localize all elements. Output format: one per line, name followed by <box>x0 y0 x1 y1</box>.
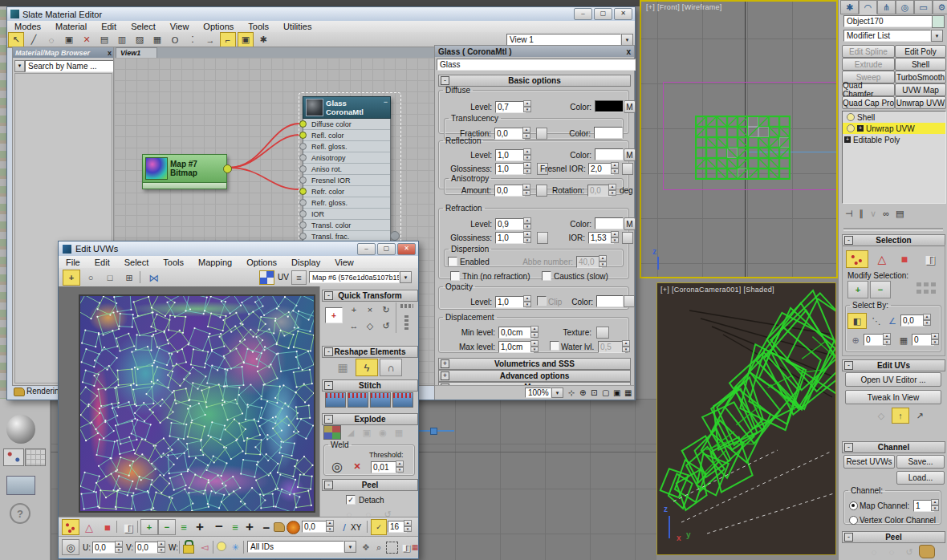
refl-level-value[interactable]: 1,0 <box>495 149 526 161</box>
rollout-peel[interactable]: -Peel <box>842 531 945 543</box>
matid-icon[interactable]: ▦ <box>896 332 912 348</box>
glass-socket-row[interactable]: IOR <box>303 209 390 220</box>
select-by-angle-icon[interactable]: ∠ <box>884 313 900 329</box>
uvw-menu-select[interactable]: Select <box>117 257 156 268</box>
slate-menu-utilities[interactable]: Utilities <box>276 21 319 32</box>
abbe-spinner[interactable]: ▲▼ <box>599 255 607 267</box>
refl-map-button[interactable]: M <box>624 148 636 161</box>
socket-dot[interactable] <box>299 143 307 150</box>
ring-grow-icon[interactable]: + <box>240 517 259 537</box>
close-button[interactable]: ✕ <box>614 8 632 20</box>
refl-gloss-value[interactable]: 1,0 <box>495 163 526 175</box>
peel-pelt2-icon[interactable]: ◌ <box>360 508 376 517</box>
modifier-button-unwrap-uvw[interactable]: Unwrap UVW <box>895 96 946 109</box>
glass-socket-row[interactable]: Refl. gloss. <box>303 141 390 152</box>
glass-node[interactable]: Glass CoronaMtl − Diffuse colorRefl. col… <box>303 96 391 243</box>
smoothing-spinner[interactable]: ▲▼ <box>883 333 891 345</box>
move-children-icon[interactable]: ▤ <box>96 32 112 47</box>
uvw-titlebar[interactable]: Edit UVWs – ▢ ✕ <box>59 241 418 256</box>
view-tab[interactable]: View1 <box>116 47 157 58</box>
object-name-field[interactable]: Object170 <box>843 15 933 27</box>
edge-mode-icon[interactable]: △ <box>872 250 892 268</box>
refr-gloss-spinner[interactable]: ▲▼ <box>523 231 531 243</box>
refr-gloss-value[interactable]: 1,0 <box>495 232 526 244</box>
viewport-camera[interactable]: [+] [CoronaCamera001] [Shaded] z x y <box>656 282 836 555</box>
flatten-grid-icon[interactable]: ▦ <box>391 425 407 440</box>
slate-titlebar[interactable]: Slate Material Editor – ▢ ✕ <box>7 7 635 21</box>
soft-selection-value[interactable]: 0,0 <box>302 521 329 533</box>
bitmap-thumbnail[interactable] <box>145 157 168 180</box>
show-shaded-material-in-viewport-icon[interactable]: ⌐ <box>220 32 236 47</box>
modifier-list-value[interactable]: Modifier List <box>843 30 931 42</box>
chevron-down-icon[interactable]: ▼ <box>344 541 356 553</box>
socket-dot[interactable] <box>299 177 307 184</box>
uv-workarea[interactable]: -Quick Transform + + × ↻ ↔ ◇ ↺ -Reshape … <box>59 286 418 517</box>
rotate-tool-icon[interactable]: ○ <box>82 270 100 286</box>
material-sphere-icon[interactable] <box>6 415 35 444</box>
align-horizontal-button[interactable]: + <box>325 307 343 323</box>
collapse-icon[interactable]: - <box>324 291 333 300</box>
rollout-edit-uvs[interactable]: -Edit UVs <box>842 359 945 371</box>
refl-gloss-spinner[interactable]: ▲▼ <box>523 162 531 174</box>
all-ids-dropdown[interactable]: All IDs ▼ <box>247 541 356 553</box>
glass-socket-row[interactable]: Aniso rot. <box>303 164 390 175</box>
thin-checkbox[interactable] <box>450 271 460 281</box>
collapse-icon[interactable]: - <box>324 415 333 424</box>
ior-map[interactable] <box>622 232 633 244</box>
bulb-filter-icon[interactable] <box>217 542 226 551</box>
stack-item-unwrap-uvw[interactable]: +Unwrap UVW <box>843 123 945 134</box>
modifier-button-edit-poly[interactable]: Edit Poly <box>895 45 946 58</box>
load-button[interactable]: Load... <box>896 471 945 485</box>
stack-control-icon-4[interactable]: ▤ <box>896 209 904 219</box>
front-uv-mesh[interactable] <box>693 113 794 184</box>
show-map-icon[interactable] <box>259 270 274 285</box>
connection-style-icon[interactable]: → <box>202 32 218 47</box>
modifier-button-extrude[interactable]: Extrude <box>842 58 895 71</box>
modifier-button-turbosmooth[interactable]: TurboSmooth <box>895 71 946 83</box>
glass-socket-row[interactable]: Transl. color <box>303 220 390 231</box>
peel-pelt-icon[interactable]: ◌ <box>866 544 882 560</box>
diffuse-level-value[interactable]: 0,7 <box>495 101 526 113</box>
peel-quick-icon[interactable]: ◌ <box>341 508 357 517</box>
expand-box-icon[interactable]: + <box>844 136 851 143</box>
refr-gloss-map[interactable] <box>537 232 548 244</box>
diffuse-map-button[interactable]: M <box>624 100 636 113</box>
stack-item-shell[interactable]: Shell <box>843 112 945 123</box>
loop-shrink-icon[interactable]: − <box>209 517 229 537</box>
help-icon[interactable]: ? <box>10 503 30 524</box>
refr-level-value[interactable]: 0,9 <box>495 218 526 230</box>
glass-socket-row[interactable]: Anisotropy <box>303 152 390 164</box>
peel-reset-icon[interactable]: ↺ <box>901 544 917 560</box>
scale-tool-icon[interactable]: □ <box>101 270 119 286</box>
soft-selection-spinner[interactable]: ▲▼ <box>326 520 334 532</box>
uvw-menu-edit[interactable]: Edit <box>87 257 117 268</box>
falloff-space-label[interactable]: XY <box>351 523 361 532</box>
zoom-region-icon[interactable]: ⊡ <box>591 388 597 397</box>
show-background-icon[interactable]: ▦ <box>149 32 165 47</box>
material-name-field[interactable]: Glass <box>437 59 636 71</box>
soft-selection-icon[interactable] <box>287 521 300 534</box>
view-dropdown[interactable]: View 1 ▼ <box>506 34 633 46</box>
bitmap-output-socket[interactable] <box>223 164 232 173</box>
flatten-smoothing-icon[interactable]: ▣ <box>359 425 375 440</box>
reset-uvws-button[interactable]: Reset UVWs <box>843 455 895 469</box>
zoom-selected-icon[interactable]: ▣ <box>613 388 620 397</box>
grid-snap-icon[interactable]: ▦ <box>410 539 420 555</box>
tab-motion[interactable]: ◎ <box>896 0 914 14</box>
target-weld-icon[interactable]: ◎ <box>327 457 347 475</box>
qt-rotate-ccw-icon[interactable]: ↺ <box>378 319 394 333</box>
absolute-mode-icon[interactable]: ◎ <box>62 539 79 555</box>
stack-item-editable-poly[interactable]: +Editable Poly <box>843 134 945 145</box>
socket-dot[interactable] <box>299 210 307 217</box>
stack-control-icon-3[interactable]: ∞ <box>883 209 889 219</box>
glass-socket-row[interactable]: Diffuse color <box>303 119 390 130</box>
uvw-menu-view[interactable]: View <box>327 257 361 268</box>
qt-space-v-icon[interactable] <box>404 315 408 330</box>
rollout-advanced[interactable]: +Advanced options <box>438 370 631 382</box>
vertex-sub-icon[interactable] <box>62 519 79 535</box>
slate-menu-select[interactable]: Select <box>124 21 163 32</box>
options-list-icon[interactable]: ≡ <box>291 270 307 285</box>
camera-target-handle[interactable] <box>430 428 437 435</box>
ior-spinner[interactable]: ▲▼ <box>611 231 619 243</box>
element-mode-icon[interactable]: ◧ <box>920 250 941 268</box>
